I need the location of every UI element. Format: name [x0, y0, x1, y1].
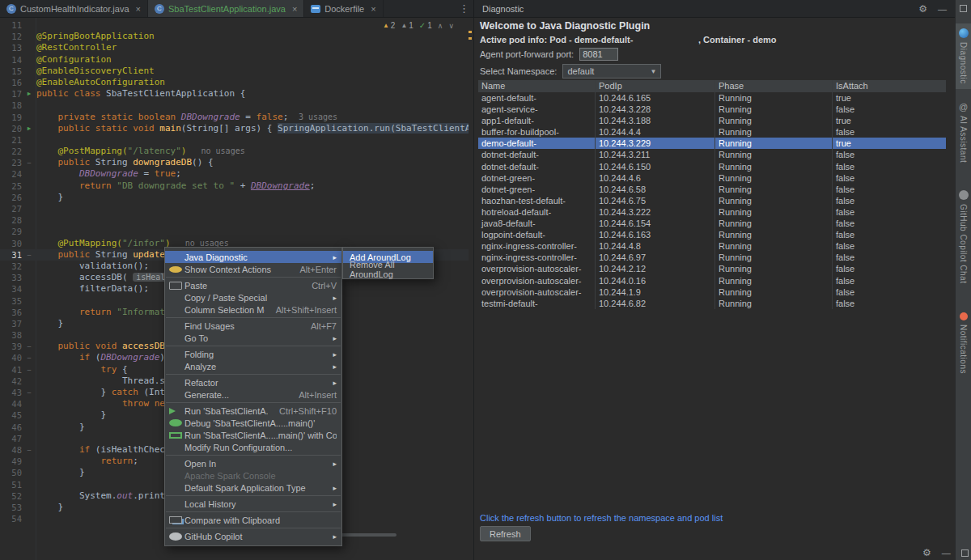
- run-icon[interactable]: ▶: [22, 88, 36, 100]
- menu-item-compare-with-clipboard[interactable]: Compare with Clipboard: [165, 514, 341, 526]
- menu-item-apache-spark-console[interactable]: Apache Spark Console: [165, 469, 341, 482]
- code-line-24[interactable]: 24 DBDowngrade = true;: [0, 168, 469, 180]
- menu-item-java-diagnostic[interactable]: Java Diagnostic▸: [165, 251, 341, 263]
- refresh-button[interactable]: Refresh: [480, 526, 531, 541]
- column-header-phase[interactable]: Phase: [715, 80, 833, 92]
- code-line-27[interactable]: 27: [0, 203, 469, 214]
- menu-item-run-sbatestclienta-main-with-coverage[interactable]: Run 'SbaTestClientA.....main()' with Cov…: [165, 429, 341, 441]
- fold-icon[interactable]: −: [22, 352, 36, 363]
- fold-icon[interactable]: −: [22, 249, 36, 261]
- fold-icon[interactable]: −: [22, 157, 36, 168]
- fold-icon[interactable]: −: [22, 341, 36, 352]
- menu-item-default-spark-application-type[interactable]: Default Spark Application Type▸: [165, 482, 341, 494]
- menu-item-debug-sbatestclienta-main[interactable]: Debug 'SbaTestClientA.....main()': [165, 417, 341, 429]
- pod-row-demo-default-4[interactable]: demo-default-10.244.3.229Runningtrue: [478, 138, 946, 149]
- column-header-podip[interactable]: PodIp: [596, 80, 715, 92]
- tool-button-notifications[interactable]: Notifications: [956, 308, 971, 379]
- code-line-28[interactable]: 28: [0, 214, 469, 226]
- warning-stripe-mark[interactable]: [469, 31, 472, 33]
- pod-row-dotnet-green-7[interactable]: dotnet-green-10.244.4.6Runningfalse: [478, 172, 946, 184]
- tab-dockerfile[interactable]: Dockerfile×: [304, 0, 383, 17]
- column-header-name[interactable]: Name: [478, 80, 596, 92]
- close-tab-icon[interactable]: ×: [136, 4, 141, 14]
- run-icon[interactable]: ▶: [22, 123, 36, 134]
- pod-row-dotnet-default-6[interactable]: dotnet-default-10.244.6.150Runningfalse: [478, 161, 946, 172]
- namespace-select[interactable]: default ▼: [562, 64, 661, 78]
- prev-issue-icon[interactable]: ∧: [438, 22, 443, 30]
- code-line-13[interactable]: 13@RestController: [0, 42, 469, 53]
- fold-icon[interactable]: −: [22, 387, 36, 398]
- tool-button-ai-assistant[interactable]: @AI Assistant: [956, 97, 971, 168]
- menu-item-go-to[interactable]: Go To▸: [165, 332, 341, 344]
- pod-row-overprovision-autoscaler-17[interactable]: overprovision-autoscaler-10.244.1.9Runni…: [478, 286, 946, 298]
- tool-button-diagnostic[interactable]: Diagnostic: [956, 23, 971, 89]
- tool-windows-icon[interactable]: [960, 5, 967, 12]
- refresh-hint-link[interactable]: Click the refresh button to refresh the …: [480, 513, 723, 523]
- menu-item-analyze[interactable]: Analyze▸: [165, 360, 341, 372]
- menu-item-generate[interactable]: Generate...Alt+Insert: [165, 388, 341, 401]
- code-line-15[interactable]: 15@EnableDiscoveryClient: [0, 66, 469, 77]
- tab-customhealthindicator-java[interactable]: CCustomHealthIndicator.java×: [0, 0, 148, 17]
- cell: Running: [715, 298, 833, 309]
- error-stripe[interactable]: [467, 18, 473, 560]
- menu-item-open-in[interactable]: Open In▸: [165, 457, 341, 469]
- inspections-widget[interactable]: ▲2 ▲1 ✓1 ∧ ∨: [383, 21, 454, 30]
- code-line-23[interactable]: 23− public String downgradeDB() {: [0, 157, 469, 168]
- minimize-icon[interactable]: —: [942, 548, 951, 558]
- pod-row-nginx-ingress-controller-13[interactable]: nginx-ingress-controller-10.244.4.8Runni…: [478, 240, 946, 252]
- menu-item-copy-paste-special[interactable]: Copy / Paste Special▸: [165, 291, 341, 303]
- pod-row-agent-default-0[interactable]: agent-default-10.244.6.165Runningtrue: [478, 92, 946, 104]
- pod-row-testmi-default-18[interactable]: testmi-default-10.244.6.82Runningfalse: [478, 298, 946, 309]
- close-tab-icon[interactable]: ×: [371, 4, 375, 14]
- tool-button-github-copilot-chat[interactable]: GitHub Copilot Chat: [956, 185, 971, 288]
- warning-stripe-mark[interactable]: [469, 37, 472, 40]
- settings-icon[interactable]: ⚙: [922, 547, 931, 558]
- pod-row-agent-service-1[interactable]: agent-service-10.244.3.228Runningfalse: [478, 104, 946, 115]
- code-line-16[interactable]: 16@EnableAutoConfiguration: [0, 77, 469, 88]
- column-header-isattach[interactable]: IsAttach: [833, 80, 946, 92]
- next-issue-icon[interactable]: ∨: [448, 22, 454, 30]
- pod-row-haozhan-test-default-9[interactable]: haozhan-test-default-10.244.6.75Runningf…: [478, 195, 946, 206]
- code-line-20[interactable]: 20▶ public static void main(String[] arg…: [0, 123, 469, 134]
- code-line-14[interactable]: 14@Configuration: [0, 54, 469, 66]
- pod-row-overprovision-autoscaler-16[interactable]: overprovision-autoscaler-10.244.0.16Runn…: [478, 275, 946, 286]
- code-line-29[interactable]: 29: [0, 226, 469, 237]
- fold-icon[interactable]: −: [22, 364, 36, 375]
- code-line-12[interactable]: 12@SpringBootApplication: [0, 31, 469, 42]
- hide-panel-icon[interactable]: —: [938, 4, 947, 14]
- menu-item-remove-all-aroundlog[interactable]: Remove All AroundLog: [343, 263, 433, 275]
- pod-row-nginx-ingress-controller-14[interactable]: nginx-ingress-controller-10.244.6.97Runn…: [478, 252, 946, 263]
- pod-row-overprovision-autoscaler-15[interactable]: overprovision-autoscaler-10.244.2.12Runn…: [478, 263, 946, 274]
- pod-row-app1-default-2[interactable]: app1-default-10.244.3.188Runningtrue: [478, 115, 946, 126]
- tab-sbatestclientapplication-java[interactable]: CSbaTestClientApplication.java×: [148, 0, 304, 17]
- gear-icon[interactable]: ⚙: [918, 3, 927, 15]
- menu-item-github-copilot[interactable]: GitHub Copilot▸: [165, 530, 341, 542]
- pod-row-java8-default-11[interactable]: java8-default-10.244.6.154Runningfalse: [478, 218, 946, 229]
- close-tab-icon[interactable]: ×: [292, 4, 297, 14]
- menu-item-refactor[interactable]: Refactor▸: [165, 376, 341, 388]
- menu-item-modify-run-configuration[interactable]: Modify Run Configuration...: [165, 441, 341, 453]
- port-input[interactable]: [579, 48, 618, 61]
- code-line-17[interactable]: 17▶public class SbaTestClientApplication…: [0, 88, 469, 100]
- pod-row-dotnet-green-8[interactable]: dotnet-green-10.244.6.58Runningfalse: [478, 184, 946, 195]
- code-line-19[interactable]: 19 private static boolean DBDowngrade = …: [0, 112, 469, 123]
- code-line-21[interactable]: 21: [0, 134, 469, 146]
- code-line-25[interactable]: 25 return "DB downgrade set to " + DBDow…: [0, 180, 469, 192]
- pod-row-logpoint-default-12[interactable]: logpoint-default-10.244.6.163Runningfals…: [478, 229, 946, 240]
- menu-item-show-context-actions[interactable]: Show Context ActionsAlt+Enter: [165, 263, 341, 275]
- tabs-overflow-icon[interactable]: ⋮: [459, 2, 469, 15]
- menu-item-run-sbatestclienta-main[interactable]: Run 'SbaTestClientA.....main()'Ctrl+Shif…: [165, 405, 341, 417]
- menu-item-local-history[interactable]: Local History▸: [165, 498, 341, 510]
- pod-row-buffer-for-buildpool-3[interactable]: buffer-for-buildpool-10.244.4.4Runningfa…: [478, 126, 946, 138]
- menu-item-folding[interactable]: Folding▸: [165, 348, 341, 360]
- fold-icon[interactable]: −: [22, 444, 36, 456]
- menu-item-column-selection-mode[interactable]: Column Selection ModeAlt+Shift+Insert: [165, 303, 341, 316]
- code-line-26[interactable]: 26 }: [0, 192, 469, 203]
- menu-item-paste[interactable]: PasteCtrl+V: [165, 279, 341, 291]
- pod-row-hotreload-default-10[interactable]: hotreload-default-10.244.3.222Runningfal…: [478, 206, 946, 218]
- pod-row-dotnet-default-5[interactable]: dotnet-default-10.244.3.211Runningfalse: [478, 149, 946, 160]
- layout-icon[interactable]: [961, 549, 969, 557]
- code-line-18[interactable]: 18: [0, 100, 469, 111]
- menu-item-find-usages[interactable]: Find UsagesAlt+F7: [165, 320, 341, 332]
- code-line-22[interactable]: 22 @PostMapping("/latency") no usages: [0, 146, 469, 157]
